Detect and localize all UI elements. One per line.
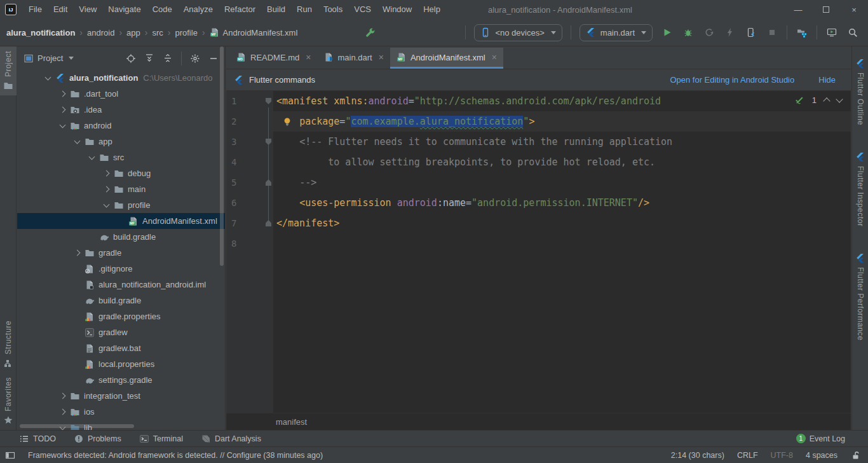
stripe-tab-flutter-inspector[interactable]: Flutter Inspector <box>855 148 865 231</box>
settings-icon[interactable] <box>190 53 200 64</box>
code-editor[interactable]: 1<manifest xmlns:android="http://schemas… <box>226 91 851 413</box>
project-structure-icon[interactable] <box>796 26 808 39</box>
tree-collapsed-chevron-icon[interactable] <box>69 251 85 255</box>
hot-reload-icon[interactable] <box>724 26 736 39</box>
menu-code[interactable]: Code <box>147 0 178 19</box>
tree-item-src[interactable]: src <box>17 149 225 165</box>
status-widget[interactable]: UTF-8 <box>771 451 793 460</box>
run-icon[interactable] <box>661 26 674 39</box>
search-everywhere-icon[interactable] <box>846 26 859 39</box>
tree-item--idea[interactable]: .idea <box>17 102 225 118</box>
device-selector[interactable]: <no devices> <box>474 24 562 41</box>
intention-bulb-icon[interactable] <box>282 116 292 127</box>
tree-expanded-chevron-icon[interactable] <box>69 141 85 143</box>
tree-item-main[interactable]: main <box>17 181 225 197</box>
tree-item-alura-notification[interactable]: alura_notificationC:\Users\Leonardo <box>17 70 225 86</box>
tree-item-ios[interactable]: ios <box>17 404 225 420</box>
breadcrumb-item[interactable]: android <box>87 28 114 38</box>
fold-marker-icon[interactable] <box>266 179 271 186</box>
tree-item-android[interactable]: android <box>17 118 225 134</box>
close-tab-icon[interactable]: × <box>379 52 384 62</box>
maximize-icon[interactable] <box>812 0 840 19</box>
tree-item-build-gradle[interactable]: build.gradle <box>17 293 225 308</box>
expand-all-icon[interactable] <box>144 53 154 64</box>
tree-item-gradle-properties[interactable]: gradle.properties <box>17 308 225 324</box>
tool-window-button-dart-analysis[interactable]: Dart Analysis <box>201 434 261 444</box>
locate-icon[interactable] <box>126 53 136 64</box>
close-tab-icon[interactable]: × <box>492 52 497 62</box>
tree-item-integration-test[interactable]: integration_test <box>17 388 225 404</box>
lock-icon[interactable] <box>850 450 860 460</box>
menu-file[interactable]: File <box>23 0 48 19</box>
tree-collapsed-chevron-icon[interactable] <box>55 107 70 112</box>
fold-marker-icon[interactable] <box>266 220 271 226</box>
editor-tab-androidmanifest-xml[interactable]: MFAndroidManifest.xml× <box>390 48 503 69</box>
fold-marker-icon[interactable] <box>266 98 271 104</box>
tree-expanded-chevron-icon[interactable] <box>55 125 70 127</box>
status-widget[interactable]: CRLF <box>737 451 758 460</box>
vertical-scrollbar[interactable] <box>220 46 224 266</box>
horizontal-scrollbar[interactable] <box>20 424 134 428</box>
breadcrumb-item[interactable]: app <box>126 28 140 38</box>
xml-breadcrumb-manifest[interactable]: manifest <box>276 417 307 427</box>
tree-collapsed-chevron-icon[interactable] <box>55 394 70 398</box>
tree-item-alura-notification-android-iml[interactable]: alura_notification_android.iml <box>17 277 225 293</box>
tree-item--dart-tool[interactable]: .dart_tool <box>17 86 225 102</box>
tree-item-gradlew-bat[interactable]: gradlew.bat <box>17 340 225 356</box>
breadcrumb-item[interactable]: src <box>152 28 163 38</box>
tree-item-debug[interactable]: debug <box>17 165 225 181</box>
menu-navigate[interactable]: Navigate <box>102 0 146 19</box>
tree-item-gradle[interactable]: gradle <box>17 245 225 261</box>
flutter-wrench-icon[interactable] <box>364 26 377 39</box>
profile-icon[interactable] <box>703 26 715 39</box>
tree-item-settings-gradle[interactable]: settings.gradle <box>17 372 225 388</box>
minimize-icon[interactable]: — <box>784 0 812 19</box>
open-in-android-studio-link[interactable]: Open for Editing in Android Studio <box>670 75 794 85</box>
hide-icon[interactable] <box>208 53 219 64</box>
tool-window-button-todo[interactable]: TODO <box>19 434 56 444</box>
stripe-tab-project[interactable]: Project <box>0 46 17 95</box>
menu-window[interactable]: Window <box>377 0 417 19</box>
debug-icon[interactable] <box>682 26 695 39</box>
inspections-widget[interactable]: 1 <box>794 95 842 105</box>
menu-vcs[interactable]: VCS <box>348 0 377 19</box>
chevron-down-icon[interactable] <box>69 57 74 60</box>
tree-expanded-chevron-icon[interactable] <box>40 77 55 79</box>
fold-marker-icon[interactable] <box>266 139 271 145</box>
stripe-tab-flutter-performance[interactable]: Flutter Performance <box>855 249 865 345</box>
tool-window-button-problems[interactable]: Problems <box>74 434 121 444</box>
prev-problem-icon[interactable] <box>823 97 830 104</box>
next-problem-icon[interactable] <box>836 95 843 102</box>
tree-item-profile[interactable]: profile <box>17 197 225 213</box>
status-widget[interactable]: 4 spaces <box>806 451 837 460</box>
tree-item-build-gradle[interactable]: build.gradle <box>17 229 225 245</box>
breadcrumb-item[interactable]: alura_notification <box>6 28 75 38</box>
menu-edit[interactable]: Edit <box>48 0 73 19</box>
menu-refactor[interactable]: Refactor <box>219 0 261 19</box>
hide-banner-link[interactable]: Hide <box>818 75 836 85</box>
breadcrumb-file[interactable]: MFAndroidManifest.xml <box>210 27 298 38</box>
status-widget[interactable]: 2:14 (30 chars) <box>671 451 724 460</box>
collapse-all-icon[interactable] <box>163 53 173 64</box>
editor-tab-readme-md[interactable]: MDREADME.md× <box>230 48 317 69</box>
flutter-attach-icon[interactable] <box>745 26 757 39</box>
editor-tab-main-dart[interactable]: main.dart× <box>317 48 390 69</box>
tree-expanded-chevron-icon[interactable] <box>98 204 114 207</box>
event-log-button[interactable]: 1 Event Log <box>796 434 845 443</box>
menu-build[interactable]: Build <box>261 0 291 19</box>
run-config-selector[interactable]: main.dart <box>580 24 653 41</box>
tree-collapsed-chevron-icon[interactable] <box>98 187 114 191</box>
tree-item-gradlew[interactable]: gradlew <box>17 324 225 340</box>
close-tab-icon[interactable]: × <box>306 52 311 62</box>
tool-window-button-terminal[interactable]: Terminal <box>139 434 183 444</box>
stripe-tab-favorites[interactable]: Favorites <box>3 373 13 430</box>
tree-expanded-chevron-icon[interactable] <box>84 156 99 159</box>
menu-analyze[interactable]: Analyze <box>178 0 219 19</box>
tree-item--gitignore[interactable]: .gitignore <box>17 261 225 277</box>
stripe-tab-flutter-outline[interactable]: Flutter Outline <box>855 54 865 130</box>
tool-window-toggle-icon[interactable] <box>5 450 15 460</box>
tree-item-app[interactable]: app <box>17 134 225 149</box>
tree-collapsed-chevron-icon[interactable] <box>55 92 70 96</box>
menu-run[interactable]: Run <box>291 0 318 19</box>
project-view-selector[interactable]: Project <box>37 53 63 63</box>
